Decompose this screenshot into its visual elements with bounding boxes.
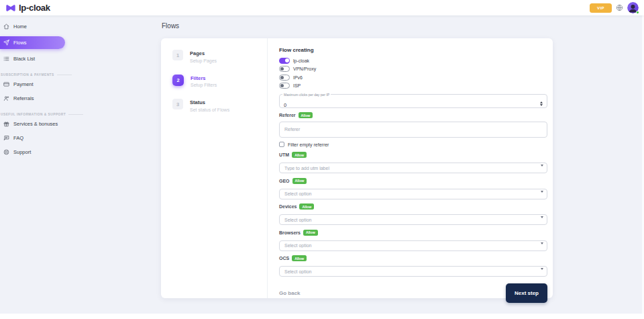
geo-allow-badge[interactable]: Allow	[292, 178, 307, 184]
person-add-icon	[3, 95, 9, 101]
form-title: Flow creating	[279, 38, 547, 53]
sidebar-item-flows[interactable]: Flows	[0, 36, 65, 49]
referer-input[interactable]	[279, 122, 547, 138]
sidebar-item-label: Services & bonuses	[13, 121, 58, 127]
referer-allow-badge[interactable]: Allow	[299, 112, 313, 118]
number-stepper-icon[interactable]	[540, 101, 543, 107]
referer-label: Referer	[279, 113, 296, 118]
app-logo[interactable]: lp-cloak	[5, 3, 50, 13]
sidebar-item-label: Flows	[13, 40, 27, 46]
list-icon	[3, 56, 9, 62]
devices-label: Devices	[279, 204, 297, 209]
sidebar-item-referrals[interactable]: Referrals	[0, 94, 158, 103]
browsers-label: Browsers	[279, 230, 301, 235]
step-subtitle: Setup Filters	[191, 83, 217, 87]
lp-cloak-toggle[interactable]	[279, 58, 290, 64]
step-number: 2	[172, 75, 184, 86]
sidebar-item-label: Home	[13, 24, 27, 30]
go-back-button[interactable]: Go back	[279, 290, 301, 296]
user-avatar[interactable]	[627, 2, 639, 13]
credit-card-icon	[3, 81, 9, 87]
sidebar: Home Flows Black List SUBSCRIPTION & PAY…	[0, 15, 158, 156]
sidebar-item-payment[interactable]: Payment	[0, 80, 158, 89]
utm-allow-badge[interactable]: Allow	[292, 152, 307, 158]
stepper: 1 Pages Setup Pages 2 Filters Setup Filt…	[161, 50, 267, 112]
step-number: 1	[172, 50, 183, 60]
sidebar-item-services[interactable]: Services & bonuses	[0, 120, 158, 128]
geo-select[interactable]	[279, 189, 547, 199]
step-subtitle: Setup Pages	[190, 58, 217, 63]
flow-creating-card: 1 Pages Setup Pages 2 Filters Setup Filt…	[161, 38, 553, 298]
online-status-dot	[636, 11, 639, 14]
sidebar-item-label: Payment	[13, 81, 34, 87]
max-clicks-field: Maximum clicks per day per IP	[279, 93, 547, 108]
max-clicks-label: Maximum clicks per day per IP	[282, 93, 331, 97]
toggle-row-ipv6: IPv6	[279, 74, 547, 81]
step-number: 3	[172, 99, 183, 109]
sidebar-item-label: Referrals	[13, 95, 34, 101]
ocs-select[interactable]	[279, 266, 547, 277]
sidebar-item-faq[interactable]: FAQ	[0, 134, 158, 142]
logo-text: lp-cloak	[19, 3, 50, 13]
toggle-label: IPv6	[293, 75, 303, 80]
toggle-label: ISP	[293, 83, 301, 88]
step-status[interactable]: 3 Status Set status of Flows	[172, 99, 267, 112]
sidebar-item-black-list[interactable]: Black List	[0, 54, 158, 63]
step-title: Pages	[190, 50, 217, 56]
filter-empty-referrer-label: Filter empty referrer	[288, 142, 329, 147]
devices-label-row: Devices Allow	[279, 204, 547, 210]
toggle-label: lp-cloak	[293, 58, 309, 63]
utm-label: UTM	[279, 152, 289, 157]
ocs-label: OCS	[279, 256, 289, 261]
referer-label-row: Referer Allow	[279, 113, 547, 118]
devices-allow-badge[interactable]: Allow	[299, 203, 314, 210]
filters-form: Flow creating lp-cloak VPN/Proxy IPv6 IS…	[279, 38, 547, 303]
sidebar-section-subscription: SUBSCRIPTION & PAYMENTS	[0, 73, 158, 77]
toggle-label: VPN/Proxy	[293, 66, 316, 71]
top-header: lp-cloak VIP	[0, 0, 644, 15]
paper-plane-icon	[3, 40, 9, 46]
utm-label-row: UTM Allow	[279, 152, 547, 158]
toggle-row-isp: ISP	[279, 83, 547, 89]
isp-toggle[interactable]	[279, 83, 290, 89]
step-title: Filters	[191, 75, 217, 81]
toggle-row-lp-cloak: lp-cloak	[279, 57, 547, 64]
sidebar-item-label: Black List	[13, 56, 35, 62]
ocs-allow-badge[interactable]: Allow	[292, 255, 307, 261]
gift-icon	[3, 121, 9, 127]
toggle-row-vpn-proxy: VPN/Proxy	[279, 66, 547, 73]
ocs-label-row: OCS Allow	[279, 256, 547, 261]
bottom-strip	[0, 314, 644, 319]
home-icon	[3, 24, 9, 30]
max-clicks-input[interactable]	[284, 102, 522, 108]
devices-select[interactable]	[279, 214, 547, 225]
ipv6-toggle[interactable]	[279, 75, 290, 81]
utm-input[interactable]	[279, 163, 547, 173]
sidebar-item-home[interactable]: Home	[0, 22, 158, 31]
step-filters[interactable]: 2 Filters Setup Filters	[172, 75, 267, 88]
vpn-proxy-toggle[interactable]	[279, 66, 290, 72]
next-step-button[interactable]: Next step	[506, 283, 547, 303]
browsers-select[interactable]	[279, 240, 547, 251]
step-subtitle: Set status of Flows	[190, 107, 229, 112]
sidebar-section-useful: USEFUL INFORMATION & SUPPORT	[0, 113, 158, 116]
geo-label: GEO	[279, 179, 290, 183]
page-title: Flows	[162, 22, 179, 30]
browsers-allow-badge[interactable]: Allow	[303, 230, 318, 236]
step-title: Status	[190, 99, 229, 105]
vip-button[interactable]: VIP	[590, 3, 612, 13]
language-globe-icon[interactable]	[616, 4, 623, 11]
card-divider	[267, 38, 268, 298]
bowtie-mask-icon	[5, 4, 16, 12]
step-pages[interactable]: 1 Pages Setup Pages	[172, 50, 267, 63]
sidebar-item-support[interactable]: Support	[0, 148, 158, 156]
sidebar-item-label: Support	[13, 149, 31, 155]
lifebuoy-icon	[3, 149, 9, 155]
browsers-label-row: Browsers Allow	[279, 230, 547, 235]
chat-icon	[3, 135, 9, 141]
sidebar-item-label: FAQ	[13, 135, 23, 141]
geo-label-row: GEO Allow	[279, 178, 547, 183]
filter-empty-referrer-row[interactable]: Filter empty referrer	[279, 142, 547, 148]
filter-empty-referrer-checkbox[interactable]	[279, 142, 284, 147]
